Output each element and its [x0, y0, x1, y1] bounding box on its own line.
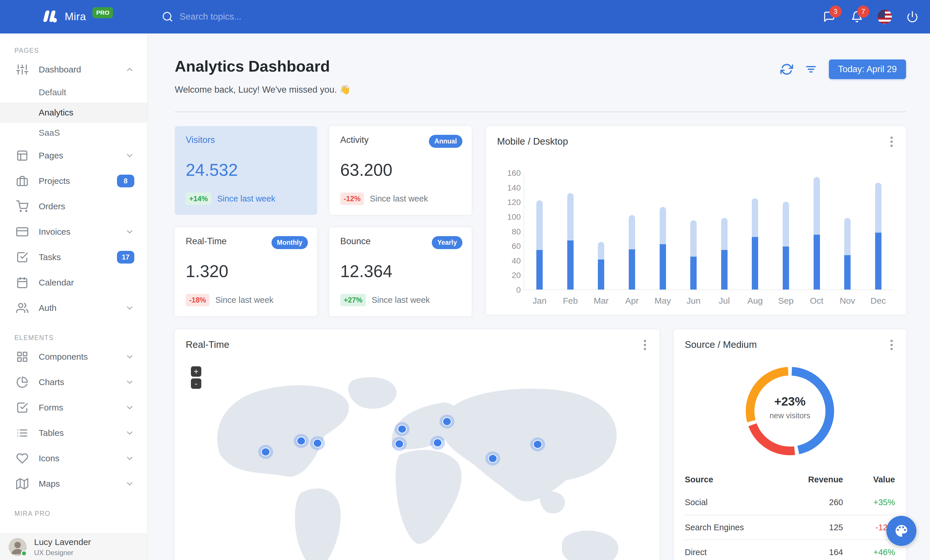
sign-out-button[interactable]: [903, 7, 922, 26]
sidebar-section-label: ELEMENTS: [14, 334, 147, 342]
notifications-button[interactable]: 7: [847, 7, 867, 26]
sidebar-item-icons[interactable]: Icons: [0, 446, 147, 471]
map-title: Real-Time: [186, 339, 229, 350]
bar-segment-desktop: [721, 218, 728, 250]
sidebar-item-invoices[interactable]: Invoices: [0, 219, 147, 244]
x-axis-label: Feb: [553, 296, 588, 306]
stat-value: 63.200: [340, 160, 392, 180]
shopping-cart-icon: [16, 200, 28, 212]
source-medium-card: Source / Medium +23% new visitors Source…: [674, 329, 906, 560]
date-range-button[interactable]: Today: April 29: [829, 60, 906, 79]
refresh-button[interactable]: [781, 63, 793, 76]
cell-revenue: 164: [791, 548, 843, 557]
bar-segment-mobile: [752, 237, 758, 290]
filter-icon: [805, 63, 818, 76]
sidebar-item-orders[interactable]: Orders: [0, 194, 147, 219]
sidebar-item-maps[interactable]: Maps: [0, 471, 147, 497]
stat-delta-badge: -12%: [340, 193, 364, 205]
bar-segment-mobile: [783, 247, 789, 290]
sidebar-item-charts[interactable]: Charts: [0, 370, 147, 395]
sidebar-item-projects[interactable]: Projects8: [0, 168, 147, 194]
sidebar-item-pages[interactable]: Pages: [0, 143, 147, 168]
sidebar-subitem-analytics[interactable]: Analytics: [0, 103, 147, 123]
period-badge[interactable]: Annual: [429, 135, 462, 148]
bar-segment-desktop: [783, 202, 789, 246]
sidebar-item-label: Orders: [39, 201, 134, 211]
x-axis-label: Jun: [676, 296, 711, 306]
y-axis-tick-label: 160: [495, 169, 521, 178]
period-badge[interactable]: Yearly: [432, 236, 462, 249]
bar-segment-desktop: [875, 183, 881, 232]
us-flag-icon: [878, 9, 892, 24]
chart-menu-button[interactable]: [885, 133, 899, 150]
source-medium-menu-button[interactable]: [885, 337, 899, 353]
sidebar-item-tables[interactable]: Tables: [0, 420, 147, 446]
sidebar-item-calendar[interactable]: Calendar: [0, 270, 147, 295]
navbar-search: [162, 0, 330, 34]
bar-segment-desktop: [629, 215, 635, 249]
search-input[interactable]: [180, 12, 330, 22]
column-header-value: Value: [843, 475, 895, 484]
bar-jul: Jul: [709, 218, 740, 290]
x-axis-label: May: [645, 296, 680, 306]
sidebar-subitem-saas[interactable]: SaaS: [0, 123, 147, 143]
sidebar-item-tasks[interactable]: Tasks17: [0, 244, 147, 270]
x-axis-label: Oct: [799, 296, 834, 306]
messages-button[interactable]: 3: [820, 7, 839, 26]
stat-value: 12.364: [340, 262, 392, 281]
stat-note: Since last week: [217, 194, 276, 204]
bar-segment-mobile: [875, 233, 881, 290]
bar-segment-mobile: [598, 259, 604, 290]
bar-segment-mobile: [567, 241, 574, 290]
sidebar-item-dashboard[interactable]: Dashboard: [0, 57, 147, 82]
cell-source: Direct: [685, 548, 791, 557]
filter-button[interactable]: [805, 63, 818, 76]
sidebar-user[interactable]: Lucy Lavender UX Designer: [0, 534, 147, 560]
sidebar-item-label: Dashboard: [39, 64, 125, 74]
sidebar-item-label: Charts: [39, 377, 125, 387]
sidebar-item-label: Tasks: [39, 252, 117, 262]
chevron-down-icon: [125, 454, 134, 463]
sidebar-item-label: Calendar: [39, 278, 134, 287]
stat-title: Bounce: [340, 236, 371, 247]
bar-segment-mobile: [814, 235, 820, 290]
user-role: UX Designer: [34, 549, 91, 557]
world-map[interactable]: [183, 361, 651, 560]
stat-title: Real-Time: [186, 236, 227, 247]
sidebar-item-components[interactable]: Components: [0, 344, 147, 370]
stat-note: Since last week: [372, 295, 430, 305]
pro-badge: PRO: [92, 7, 113, 18]
map-icon: [16, 478, 28, 490]
cell-source: Social: [685, 498, 791, 507]
cell-revenue: 260: [791, 498, 843, 507]
brand[interactable]: Mira PRO: [40, 0, 113, 34]
map-marker-7: [440, 414, 454, 429]
bar-segment-mobile: [536, 250, 543, 290]
period-badge[interactable]: Monthly: [271, 236, 308, 249]
briefcase-icon: [16, 175, 28, 187]
bar-aug: Aug: [740, 198, 771, 290]
y-axis-tick-label: 100: [495, 212, 521, 222]
brand-name: Mira: [65, 11, 86, 23]
table-row-direct: Direct164+46%: [685, 540, 895, 560]
chevron-down-icon: [125, 479, 134, 488]
sidebar-item-label: Tables: [39, 428, 125, 438]
map-marker-3: [310, 436, 325, 450]
user-name: Lucy Lavender: [34, 537, 91, 547]
sidebar-item-auth[interactable]: Auth: [0, 295, 147, 321]
bar-chart-plot: JanFebMarAprMayJunJulAugSepOctNovDec: [524, 173, 893, 290]
table-row-search-engines: Search Engines125-12%: [685, 515, 895, 540]
x-axis-label: Nov: [830, 296, 865, 306]
bar-segment-mobile: [629, 249, 635, 290]
stat-value: 24.532: [186, 160, 238, 180]
bar-may: May: [647, 207, 678, 290]
map-marker-6: [430, 436, 445, 450]
bar-dec: Dec: [863, 183, 894, 290]
map-marker-2: [294, 434, 309, 448]
sidebar-item-forms[interactable]: Forms: [0, 395, 147, 420]
heart-icon: [16, 452, 28, 465]
map-menu-button[interactable]: [638, 337, 652, 353]
language-button[interactable]: [875, 7, 894, 26]
sidebar-subitem-default[interactable]: Default: [0, 82, 147, 103]
theme-settings-fab[interactable]: [886, 516, 916, 546]
